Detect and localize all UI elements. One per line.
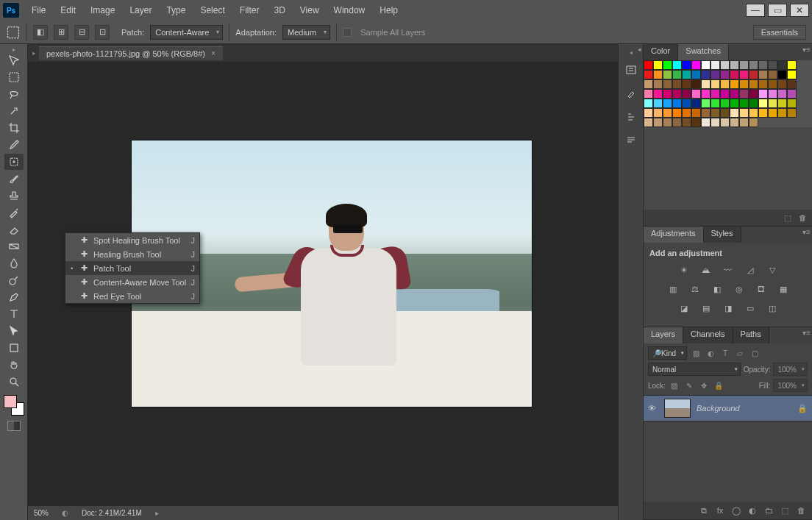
brush-panel-icon[interactable] xyxy=(623,85,639,101)
swatch[interactable] xyxy=(777,79,787,89)
swatch[interactable] xyxy=(739,70,749,79)
filter-kind-dropdown[interactable]: 🔎 Kind xyxy=(648,346,687,360)
zoom-level[interactable]: 50% xyxy=(34,509,49,517)
invert-icon[interactable]: ◪ xyxy=(677,302,691,315)
swatch[interactable] xyxy=(768,99,777,108)
link-layers-icon[interactable]: ⧉ xyxy=(699,505,709,516)
dodge-tool[interactable] xyxy=(4,272,24,288)
swatch[interactable] xyxy=(768,108,777,118)
swatch[interactable] xyxy=(730,60,739,70)
eyedropper-tool[interactable] xyxy=(4,137,24,153)
swatch[interactable] xyxy=(682,108,691,118)
swatch[interactable] xyxy=(720,118,730,127)
curves-icon[interactable]: 〰 xyxy=(722,263,735,277)
balance-icon[interactable]: ⚖ xyxy=(688,282,702,296)
swatch[interactable] xyxy=(758,70,768,79)
lock-pos-icon[interactable]: ✥ xyxy=(698,380,710,391)
swatch[interactable] xyxy=(777,70,787,79)
swatch[interactable] xyxy=(691,79,701,89)
menu-select[interactable]: Select xyxy=(193,2,231,18)
color-picker[interactable] xyxy=(4,395,24,416)
patch-tool-icon[interactable] xyxy=(6,25,21,40)
adaptation-dropdown[interactable]: Medium xyxy=(282,25,330,40)
swatch[interactable] xyxy=(653,70,663,79)
opacity-field[interactable]: 100% xyxy=(773,363,808,376)
workspace-switcher[interactable]: Essentials xyxy=(753,25,806,40)
menu-3d[interactable]: 3D xyxy=(267,2,291,18)
swatch[interactable] xyxy=(730,79,739,89)
history-brush-tool[interactable] xyxy=(4,204,24,221)
swatch[interactable] xyxy=(739,60,749,70)
adjustment-layer-icon[interactable]: ◐ xyxy=(747,505,758,516)
swatch[interactable] xyxy=(644,118,653,127)
swatch[interactable] xyxy=(701,60,710,70)
layer-row[interactable]: 👁 Background 🔒 xyxy=(644,395,812,421)
status-arrow-icon[interactable]: ▸ xyxy=(155,509,159,517)
crop-tool[interactable] xyxy=(4,120,24,136)
swatch[interactable] xyxy=(644,108,653,118)
menu-type[interactable]: Type xyxy=(160,2,192,18)
lasso-tool[interactable] xyxy=(4,86,24,102)
panel-menu-icon[interactable]: ▾≡ xyxy=(802,329,811,337)
styles-tab[interactable]: Styles xyxy=(704,227,741,243)
panel-menu-icon[interactable]: ▾≡ xyxy=(802,228,811,236)
vibrance-icon[interactable]: ▽ xyxy=(766,263,779,277)
swatch[interactable] xyxy=(691,60,701,70)
swatch[interactable] xyxy=(663,118,672,127)
tab-collapse-icon[interactable]: ▸ xyxy=(32,49,36,57)
paths-tab[interactable]: Paths xyxy=(733,327,769,343)
stamp-tool[interactable] xyxy=(4,188,24,204)
menu-edit[interactable]: Edit xyxy=(54,2,82,18)
flyout-item[interactable]: ✚Content-Aware Move ToolJ xyxy=(65,275,199,289)
delete-layer-icon[interactable]: 🗑 xyxy=(796,505,806,516)
path-select-tool[interactable] xyxy=(4,323,24,339)
patch-mode-dropdown[interactable]: Content-Aware xyxy=(150,25,223,40)
move-tool[interactable] xyxy=(4,52,24,68)
swatch[interactable] xyxy=(749,118,758,127)
posterize-icon[interactable]: ▤ xyxy=(699,302,713,315)
swatch[interactable] xyxy=(768,89,777,99)
paragraph-panel-icon[interactable] xyxy=(623,132,639,149)
channels-tab[interactable]: Channels xyxy=(683,327,733,343)
swatch[interactable] xyxy=(644,60,653,70)
swatch[interactable] xyxy=(663,79,672,89)
healing-tool[interactable] xyxy=(4,154,24,170)
hand-tool[interactable] xyxy=(4,357,24,373)
swatch[interactable] xyxy=(730,70,739,79)
new-selection-icon[interactable]: ◧ xyxy=(33,25,48,40)
swatch[interactable] xyxy=(672,99,682,108)
levels-icon[interactable]: ⛰ xyxy=(699,263,713,277)
swatch[interactable] xyxy=(739,79,749,89)
swatch[interactable] xyxy=(710,118,720,127)
swatch[interactable] xyxy=(644,70,653,79)
exposure-icon[interactable]: ◿ xyxy=(744,263,757,277)
swatch[interactable] xyxy=(720,79,730,89)
type-tool[interactable] xyxy=(4,306,24,322)
quick-mask-toggle[interactable] xyxy=(7,421,21,431)
color-lookup-icon[interactable]: ▦ xyxy=(777,282,790,296)
swatch[interactable] xyxy=(701,99,710,108)
swatch[interactable] xyxy=(730,89,739,99)
swatch[interactable] xyxy=(672,60,682,70)
swatch[interactable] xyxy=(682,70,691,79)
swatch[interactable] xyxy=(720,89,730,99)
menu-help[interactable]: Help xyxy=(373,2,405,18)
swatch[interactable] xyxy=(768,70,777,79)
subtract-selection-icon[interactable]: ⊟ xyxy=(74,25,89,40)
swatch[interactable] xyxy=(739,118,749,127)
eraser-tool[interactable] xyxy=(4,221,24,238)
swatch[interactable] xyxy=(663,99,672,108)
swatch[interactable] xyxy=(672,108,682,118)
fill-field[interactable]: 100% xyxy=(773,379,808,392)
fx-icon[interactable]: fx xyxy=(715,505,725,516)
lock-all-icon[interactable]: 🔒 xyxy=(713,380,724,391)
swatch[interactable] xyxy=(653,89,663,99)
swatch[interactable] xyxy=(710,60,720,70)
layer-name[interactable]: Background xyxy=(697,404,791,413)
swatch[interactable] xyxy=(682,60,691,70)
quick-select-tool[interactable] xyxy=(4,103,24,119)
menu-file[interactable]: File xyxy=(25,2,52,18)
blend-mode-dropdown[interactable]: Normal xyxy=(648,363,741,376)
clone-panel-icon[interactable] xyxy=(623,109,639,125)
photo-filter-icon[interactable]: ◎ xyxy=(733,282,746,296)
